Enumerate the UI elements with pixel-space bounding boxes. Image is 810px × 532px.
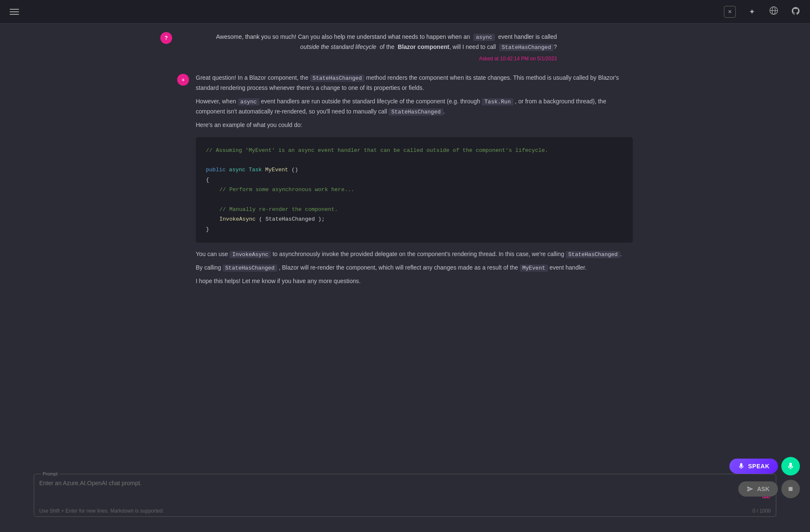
prompt-hint: Use Shift + Enter for new lines. Markdow…	[39, 506, 771, 515]
github-button[interactable]	[788, 4, 803, 19]
user-code2: StateHasChanged	[499, 44, 554, 51]
app-header: ✕ ✦	[0, 0, 810, 24]
clear-icon: ✕	[724, 6, 736, 18]
speak-row: SPEAK	[729, 457, 800, 475]
user-code1: async	[473, 34, 495, 41]
ai-para-2: However, when async event handlers are r…	[196, 97, 633, 117]
header-left	[7, 4, 22, 19]
prompt-legend: Prompt	[41, 471, 59, 476]
code-line-7: }	[206, 224, 623, 234]
mic-icon	[787, 462, 794, 470]
user-text-middle: event handler is called	[498, 33, 557, 40]
menu-button[interactable]	[7, 4, 22, 19]
language-button[interactable]	[766, 4, 781, 19]
user-text-of: of the	[380, 43, 394, 50]
ai-para-5: By calling StateHasChanged , Blazor will…	[196, 263, 633, 273]
code-line-5: // Manually re-render the component.	[206, 205, 623, 214]
user-text-bold: Blazor component	[398, 43, 449, 50]
user-message-bubble: Awesome, thank you so much! Can you also…	[177, 32, 557, 63]
github-icon	[791, 6, 800, 17]
code-line-3: {	[206, 175, 623, 185]
user-text-italic: outside the standard lifecycle	[300, 43, 377, 50]
ai-para-1: Great question! In a Blazor component, t…	[196, 73, 633, 93]
action-buttons: SPEAK ASK	[729, 457, 800, 498]
send-icon	[747, 486, 753, 492]
theme-button[interactable]: ✦	[744, 4, 759, 19]
ai-message: + Great question! In a Blazor component,…	[177, 73, 633, 290]
chat-container: ? Awesome, thank you so much! Can you al…	[0, 24, 810, 532]
hint-left: Use Shift + Enter for new lines. Markdow…	[39, 508, 164, 514]
ai-code-state2: StateHasChanged	[389, 108, 443, 116]
microphone-icon	[738, 463, 745, 470]
user-text-before: Awesome, thank you so much! Can you also…	[216, 33, 470, 40]
header-right: ✕ ✦	[722, 4, 803, 19]
stop-icon	[788, 486, 794, 492]
user-text-end: , will I need to call	[449, 43, 496, 50]
char-count: 0 / 1000	[753, 508, 771, 514]
code-line-4: // Perform some asynchronous work here..…	[206, 185, 623, 194]
ai-avatar: +	[177, 74, 189, 86]
message-timestamp: Asked at 10:42:14 PM on 5/1/2023	[202, 55, 557, 63]
user-avatar: ?	[160, 32, 172, 44]
prompt-fieldset: Prompt Use Shift + Enter for new lines. …	[34, 471, 776, 517]
globe-icon	[769, 6, 778, 17]
code-line-6: InvokeAsync ( StateHasChanged );	[206, 214, 623, 224]
clear-button[interactable]: ✕	[722, 4, 737, 19]
svg-rect-6	[788, 487, 792, 491]
ai-message-content: Great question! In a Blazor component, t…	[196, 73, 633, 290]
code-line-blank-1	[206, 155, 623, 165]
ask-button[interactable]: ASK	[738, 481, 778, 497]
stop-button[interactable]	[781, 480, 800, 498]
code-line-1: // Assuming 'MyEvent' is an async event …	[206, 146, 623, 155]
ai-code-invokeasync1: InvokeAsync	[230, 251, 271, 258]
user-message: ? Awesome, thank you so much! Can you al…	[177, 32, 633, 63]
ai-code-myevent: MyEvent	[520, 265, 548, 272]
input-area: Prompt Use Shift + Enter for new lines. …	[0, 471, 810, 524]
ai-para-4: You can use InvokeAsync to asynchronousl…	[196, 249, 633, 259]
prompt-input[interactable]	[39, 480, 771, 505]
ai-code-state3: StateHasChanged	[566, 251, 620, 258]
ai-para-3: Here's an example of what you could do:	[196, 120, 633, 130]
ai-code-taskrun: Task.Run	[482, 98, 513, 105]
ai-code-state4: StateHasChanged	[223, 265, 277, 272]
ai-code-state1: StateHasChanged	[310, 75, 364, 82]
sun-icon: ✦	[749, 7, 755, 16]
chat-area: ? Awesome, thank you so much! Can you al…	[143, 32, 667, 471]
speak-button[interactable]: SPEAK	[729, 459, 778, 474]
code-block: // Assuming 'MyEvent' is an async event …	[196, 137, 633, 243]
mic-green-button[interactable]	[781, 457, 800, 475]
hamburger-icon	[10, 9, 19, 15]
code-line-blank-2	[206, 195, 623, 205]
code-line-2: public async Task MyEvent ()	[206, 165, 623, 175]
ai-code-async: async	[238, 98, 259, 105]
ai-para-6: I hope this helps! Let me know if you ha…	[196, 276, 633, 286]
ask-row: ASK	[738, 480, 800, 498]
